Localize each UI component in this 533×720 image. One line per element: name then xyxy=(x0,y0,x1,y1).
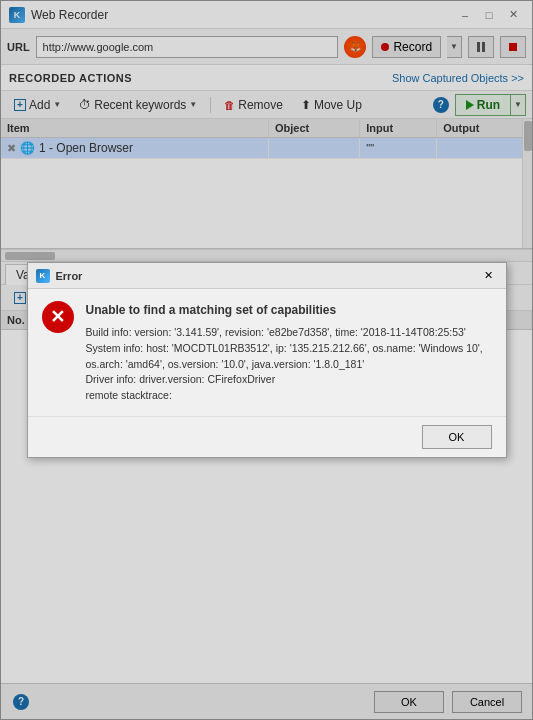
error-body: Build info: version: '3.141.59', revisio… xyxy=(86,325,492,404)
error-dialog-overlay: K Error ✕ ✕ Unable to find a matching se… xyxy=(0,0,533,720)
error-icon-wrap: ✕ xyxy=(42,301,74,404)
error-title: Unable to find a matching set of capabil… xyxy=(86,301,492,319)
dialog-title-left: K Error xyxy=(36,269,83,283)
error-dialog: K Error ✕ ✕ Unable to find a matching se… xyxy=(27,262,507,458)
dialog-title-text: Error xyxy=(56,270,83,282)
dialog-body: ✕ Unable to find a matching set of capab… xyxy=(28,289,506,416)
error-circle-icon: ✕ xyxy=(42,301,74,333)
dialog-close-button[interactable]: ✕ xyxy=(480,268,498,284)
main-window: K Web Recorder – □ ✕ URL 🦊 Record ▼ xyxy=(0,0,533,720)
dialog-ok-button[interactable]: OK xyxy=(422,425,492,449)
dialog-titlebar: K Error ✕ xyxy=(28,263,506,289)
error-x-icon: ✕ xyxy=(50,308,65,326)
dialog-message: Unable to find a matching set of capabil… xyxy=(86,301,492,404)
dialog-footer: OK xyxy=(28,416,506,457)
dialog-app-icon: K xyxy=(36,269,50,283)
